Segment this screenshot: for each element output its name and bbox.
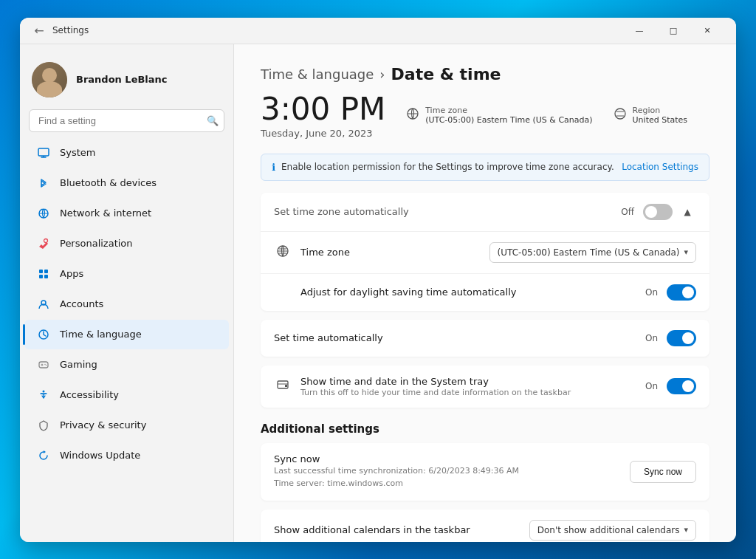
timezone-selector-row: Time zone (UTC-05:00) Eastern Time (US &… — [261, 232, 709, 274]
sidebar-item-time[interactable]: Time & language — [24, 320, 229, 349]
sidebar-item-accessibility-label: Accessibility — [60, 389, 119, 400]
close-button[interactable]: ✕ — [690, 18, 724, 44]
timezone-row-label: Time zone — [300, 247, 350, 258]
svg-rect-22 — [285, 385, 287, 387]
sidebar-item-gaming[interactable]: Gaming — [24, 350, 229, 380]
system-tray-row: Show time and date in the System tray Tu… — [261, 366, 709, 408]
accessibility-icon — [36, 388, 51, 402]
personalization-icon — [36, 236, 51, 251]
titlebar-left: ← Settings — [32, 23, 89, 38]
daylight-row-left: Adjust for daylight saving time automati… — [274, 287, 516, 298]
svg-point-18 — [615, 109, 625, 119]
sidebar-item-privacy[interactable]: Privacy & security — [24, 411, 229, 440]
sync-sub2: Time server: time.windows.com — [274, 477, 519, 490]
region-info-text: Region United States — [633, 106, 688, 125]
timezone-info: Time zone (UTC-05:00) Eastern Time (US &… — [406, 106, 592, 125]
system-tray-toggle[interactable] — [667, 378, 696, 394]
system-icon — [36, 145, 51, 160]
daylight-right: On — [645, 284, 696, 301]
search-box: 🔍 — [29, 109, 224, 132]
minimize-button[interactable]: — — [622, 18, 656, 44]
avatar-image — [32, 62, 67, 97]
banner-text: Enable location permission for the Setti… — [281, 162, 614, 172]
calendars-row: Show additional calendars in the taskbar… — [261, 510, 709, 542]
timezone-auto-card: Set time zone automatically Off ▲ — [261, 193, 709, 311]
sidebar-item-system-label: System — [60, 147, 95, 158]
breadcrumb: Time & language › Date & time — [261, 65, 709, 83]
back-button[interactable]: ← — [32, 23, 47, 38]
location-info-banner: ℹ Enable location permission for the Set… — [261, 154, 709, 181]
sync-title: Sync now — [274, 453, 519, 464]
timezone-info-text: Time zone (UTC-05:00) Eastern Time (US &… — [425, 106, 592, 125]
system-tray-text: Show time and date in the System tray Tu… — [300, 376, 571, 397]
sidebar-item-bluetooth[interactable]: Bluetooth & devices — [24, 168, 229, 198]
sync-now-button[interactable]: Sync now — [630, 461, 696, 483]
window-controls: — □ ✕ — [622, 18, 724, 44]
main-content: Time & language › Date & time 3:00 PM Tu… — [234, 44, 736, 542]
system-tray-label: Show time and date in the System tray — [300, 376, 571, 387]
auto-timezone-row: Set time zone automatically Off ▲ — [261, 193, 709, 232]
breadcrumb-current: Date & time — [391, 65, 501, 83]
network-icon — [36, 206, 51, 221]
calendars-label: Show additional calendars in the taskbar — [274, 524, 470, 535]
svg-point-14 — [46, 364, 47, 365]
svg-rect-5 — [44, 270, 48, 273]
breadcrumb-parent: Time & language — [261, 66, 374, 82]
sidebar-item-system[interactable]: System — [24, 138, 229, 168]
auto-time-toggle[interactable] — [667, 330, 696, 346]
sidebar-item-apps-label: Apps — [60, 268, 83, 279]
sidebar-item-accessibility[interactable]: Accessibility — [24, 380, 229, 410]
toggle-thumb — [645, 206, 657, 218]
privacy-icon — [36, 418, 51, 433]
svg-point-15 — [43, 390, 45, 392]
accounts-icon — [36, 297, 51, 312]
auto-timezone-toggle[interactable] — [643, 204, 673, 220]
sidebar-item-accounts[interactable]: Accounts — [24, 289, 229, 319]
timezone-row-left: Time zone — [274, 244, 350, 261]
sync-sub1: Last successful time synchronization: 6/… — [274, 464, 519, 478]
collapse-button[interactable]: ▲ — [678, 203, 696, 221]
sidebar: Brandon LeBlanc 🔍 System — [20, 44, 234, 542]
svg-point-13 — [44, 363, 45, 364]
location-settings-link[interactable]: Location Settings — [622, 162, 698, 172]
sidebar-item-bluetooth-label: Bluetooth & devices — [60, 177, 157, 188]
calendars-dropdown[interactable]: Don't show additional calendars ▾ — [529, 520, 696, 541]
svg-rect-4 — [39, 270, 43, 273]
time-region-row: 3:00 PM Tuesday, June 20, 2023 Time zone — [261, 92, 709, 139]
timezone-dropdown[interactable]: (UTC-05:00) Eastern Time (US & Canada) ▾ — [489, 242, 696, 263]
user-profile[interactable]: Brandon LeBlanc — [20, 56, 233, 109]
sidebar-item-network[interactable]: Network & internet — [24, 199, 229, 228]
daylight-toggle[interactable] — [667, 284, 696, 301]
calendars-dropdown-value: Don't show additional calendars — [537, 525, 680, 535]
region-header-icon — [614, 107, 627, 123]
svg-rect-6 — [39, 275, 43, 278]
page-header: Time & language › Date & time 3:00 PM Tu… — [261, 65, 709, 139]
sidebar-item-apps[interactable]: Apps — [24, 259, 229, 289]
toggle-thumb — [682, 287, 694, 298]
info-icon: ℹ — [272, 162, 275, 173]
sidebar-item-update[interactable]: Windows Update — [24, 441, 229, 470]
date-display: Tuesday, June 20, 2023 — [261, 128, 385, 139]
timezone-row-icon — [274, 244, 292, 261]
svg-rect-10 — [39, 362, 48, 368]
update-icon — [36, 448, 51, 463]
calendars-card: Show additional calendars in the taskbar… — [261, 510, 709, 542]
system-tray-icon — [274, 378, 292, 394]
banner-left: ℹ Enable location permission for the Set… — [272, 162, 614, 173]
calendars-dropdown-arrow: ▾ — [684, 525, 688, 535]
dropdown-arrow-icon: ▾ — [684, 247, 688, 257]
sidebar-item-time-label: Time & language — [60, 329, 142, 340]
system-tray-state: On — [645, 381, 658, 391]
maximize-button[interactable]: □ — [656, 18, 690, 44]
search-input[interactable] — [29, 109, 224, 132]
auto-timezone-state: Off — [621, 207, 634, 217]
gaming-icon — [36, 357, 51, 372]
sidebar-item-personalization[interactable]: Personalization — [24, 229, 229, 258]
svg-rect-0 — [38, 148, 49, 156]
toggle-thumb — [682, 332, 694, 344]
system-tray-card: Show time and date in the System tray Tu… — [261, 366, 709, 408]
sync-row: Sync now Last successful time synchroniz… — [261, 443, 709, 501]
auto-timezone-label: Set time zone automatically — [274, 206, 409, 217]
timezone-header-icon — [406, 107, 419, 123]
auto-time-row: Set time automatically On — [261, 320, 709, 357]
